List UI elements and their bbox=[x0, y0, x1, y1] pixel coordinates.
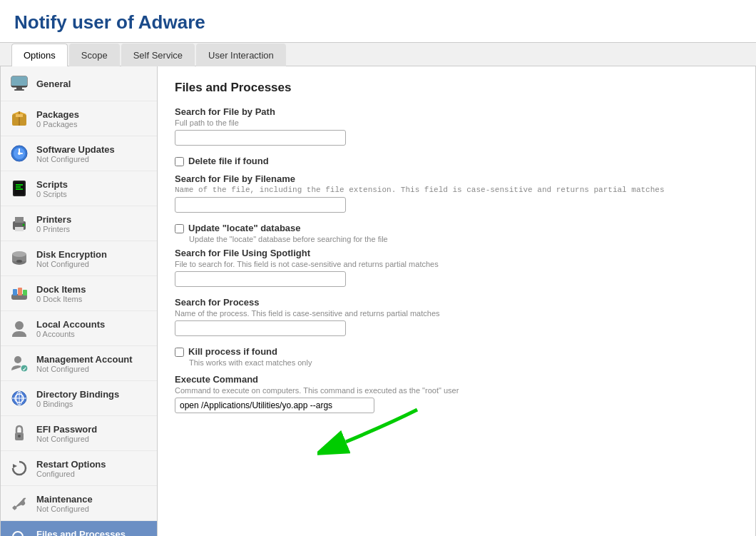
sidebar-printers-sub: 0 Printers bbox=[36, 225, 71, 233]
delete-file-row: Delete file if found bbox=[175, 156, 738, 166]
svg-point-29 bbox=[14, 356, 21, 363]
svg-rect-26 bbox=[18, 288, 22, 295]
search-process-desc: Name of the process. This field is case-… bbox=[175, 309, 738, 318]
package-icon bbox=[8, 107, 31, 130]
sidebar-item-restart-options[interactable]: Restart Options Configured bbox=[1, 451, 157, 486]
tab-user-interaction[interactable]: User Interaction bbox=[196, 44, 286, 66]
search-by-path-input[interactable] bbox=[175, 130, 346, 146]
files-search-icon bbox=[8, 527, 31, 536]
sidebar-mgmt-text: Management Account Not Configured bbox=[36, 354, 133, 373]
svg-rect-3 bbox=[14, 89, 24, 91]
delete-file-label: Delete file if found bbox=[188, 156, 269, 166]
delete-file-checkbox[interactable] bbox=[175, 157, 184, 166]
sidebar-files-label: Files and Processes bbox=[36, 529, 126, 537]
sidebar-item-scripts[interactable]: Scripts 0 Scripts bbox=[1, 171, 157, 206]
tab-self-service[interactable]: Self Service bbox=[121, 44, 195, 66]
svg-rect-25 bbox=[13, 289, 17, 295]
update-locate-row: Update "locate" database bbox=[175, 223, 738, 233]
sidebar-general-text: General bbox=[36, 79, 71, 89]
account-icon bbox=[8, 317, 31, 340]
sidebar-item-software-updates[interactable]: Software Updates Not Configured bbox=[1, 136, 157, 171]
sidebar-item-directory-bindings[interactable]: Directory Bindings 0 Bindings bbox=[1, 381, 157, 416]
kill-process-row: Kill process if found bbox=[175, 346, 738, 357]
execute-command-input[interactable] bbox=[175, 398, 374, 413]
search-spotlight-input[interactable] bbox=[175, 271, 346, 287]
sidebar-item-local-accounts[interactable]: Local Accounts 0 Accounts bbox=[1, 311, 157, 346]
sidebar-item-efi-password[interactable]: EFI Password Not Configured bbox=[1, 416, 157, 451]
svg-point-19 bbox=[23, 224, 25, 226]
sidebar-updates-text: Software Updates Not Configured bbox=[36, 144, 115, 163]
search-by-filename-input[interactable] bbox=[175, 197, 346, 213]
sidebar-scripts-label: Scripts bbox=[36, 179, 68, 190]
sidebar-dock-text: Dock Items 0 Dock Items bbox=[36, 284, 86, 303]
sidebar-item-packages[interactable]: Packages 0 Packages bbox=[1, 101, 157, 136]
sidebar-item-printers[interactable]: Printers 0 Printers bbox=[1, 206, 157, 241]
search-process-input[interactable] bbox=[175, 320, 346, 336]
sidebar-maintenance-text: Maintenance Not Configured bbox=[36, 494, 93, 513]
page-header: Notify user of Adware bbox=[0, 0, 756, 42]
main-content: Files and Processes Search for File by P… bbox=[158, 66, 755, 536]
sidebar-general-label: General bbox=[36, 79, 71, 89]
kill-process-checkbox[interactable] bbox=[175, 348, 184, 357]
svg-text:✓: ✓ bbox=[22, 366, 27, 373]
sidebar-maintenance-sub: Not Configured bbox=[36, 505, 93, 513]
directory-icon bbox=[8, 387, 31, 410]
update-locate-sub: Update the "locate" database before sear… bbox=[189, 235, 738, 243]
sidebar-directory-sub: 0 Bindings bbox=[36, 400, 119, 408]
sidebar-updates-sub: Not Configured bbox=[36, 155, 115, 163]
tab-options[interactable]: Options bbox=[11, 44, 68, 66]
sidebar-maintenance-label: Maintenance bbox=[36, 494, 93, 505]
sidebar-mgmt-sub: Not Configured bbox=[36, 365, 133, 373]
sidebar-dock-sub: 0 Dock Items bbox=[36, 295, 86, 303]
svg-rect-7 bbox=[16, 114, 23, 117]
sidebar: General Packages 0 Packages Software Upd… bbox=[1, 66, 158, 536]
sidebar-packages-text: Packages 0 Packages bbox=[36, 109, 79, 128]
printer-icon bbox=[8, 212, 31, 235]
sidebar-disk-sub: Not Configured bbox=[36, 260, 107, 268]
sidebar-item-maintenance[interactable]: Maintenance Not Configured bbox=[1, 486, 157, 521]
sidebar-directory-label: Directory Bindings bbox=[36, 389, 119, 400]
content-area: General Packages 0 Packages Software Upd… bbox=[0, 66, 756, 536]
lock-icon bbox=[8, 422, 31, 445]
svg-point-38 bbox=[18, 435, 21, 438]
sidebar-restart-sub: Configured bbox=[36, 470, 106, 478]
sidebar-packages-label: Packages bbox=[36, 109, 79, 120]
search-by-path-desc: Full path to the file bbox=[175, 118, 738, 127]
kill-process-sub: This works with exact matches only bbox=[189, 358, 738, 367]
update-locate-label: Update "locate" database bbox=[188, 223, 301, 233]
search-spotlight-group: Search for File Using Spotlight File to … bbox=[175, 248, 738, 287]
execute-command-group: Execute Command Command to execute on co… bbox=[175, 374, 738, 413]
execute-command-label: Execute Command bbox=[175, 374, 738, 385]
mgmt-icon: ✓ bbox=[8, 352, 31, 375]
sidebar-item-management-account[interactable]: ✓ Management Account Not Configured bbox=[1, 346, 157, 381]
svg-point-41 bbox=[13, 532, 23, 536]
search-by-filename-group: Search for File by Filename Name of the … bbox=[175, 173, 738, 213]
monitor-icon bbox=[8, 72, 31, 95]
sidebar-files-text: Files and Processes Configured bbox=[36, 529, 126, 537]
tab-scope[interactable]: Scope bbox=[69, 44, 120, 66]
sidebar-printers-label: Printers bbox=[36, 214, 71, 225]
search-by-path-group: Search for File by Path Full path to the… bbox=[175, 106, 738, 146]
sidebar-item-general[interactable]: General bbox=[1, 66, 157, 101]
svg-point-23 bbox=[16, 260, 22, 263]
tab-bar: Options Scope Self Service User Interact… bbox=[0, 42, 756, 66]
page-title: Notify user of Adware bbox=[14, 11, 742, 34]
sidebar-disk-text: Disk Encryption Not Configured bbox=[36, 249, 107, 268]
update-locate-checkbox[interactable] bbox=[175, 224, 184, 233]
updates-icon bbox=[8, 142, 31, 165]
sidebar-item-dock-items[interactable]: Dock Items 0 Dock Items bbox=[1, 276, 157, 311]
sidebar-disk-label: Disk Encryption bbox=[36, 249, 107, 260]
sidebar-restart-label: Restart Options bbox=[36, 459, 106, 470]
sidebar-local-accounts-label: Local Accounts bbox=[36, 319, 105, 330]
svg-rect-1 bbox=[11, 76, 27, 86]
search-by-path-label: Search for File by Path bbox=[175, 106, 738, 117]
restart-icon bbox=[8, 457, 31, 480]
sidebar-updates-label: Software Updates bbox=[36, 144, 115, 155]
sidebar-item-files-and-processes[interactable]: Files and Processes Configured bbox=[1, 521, 157, 536]
sidebar-efi-label: EFI Password bbox=[36, 424, 97, 435]
sidebar-local-accounts-sub: 0 Accounts bbox=[36, 330, 105, 338]
svg-rect-27 bbox=[23, 290, 27, 295]
sidebar-item-disk-encryption[interactable]: Disk Encryption Not Configured bbox=[1, 241, 157, 276]
wrench-icon bbox=[8, 492, 31, 515]
kill-process-label: Kill process if found bbox=[188, 346, 277, 357]
